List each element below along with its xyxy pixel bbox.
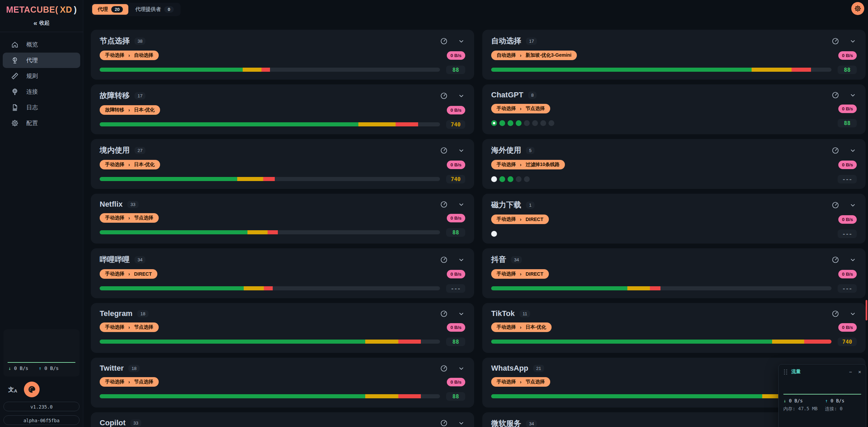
proxy-group-name: 节点选择 <box>100 36 130 46</box>
latency-test-icon[interactable] <box>440 201 448 208</box>
proxy-group-name: Telegram <box>100 309 132 318</box>
chevron-down-icon[interactable] <box>457 147 465 154</box>
card-badges-row: 手动选择 › 过滤掉10条线路 0 B/s <box>491 160 857 169</box>
proxy-group-name: TikTok <box>491 309 515 318</box>
chevron-down-icon[interactable] <box>457 310 465 318</box>
chevron-down-icon[interactable] <box>457 37 465 45</box>
chevron-down-icon[interactable] <box>457 92 465 100</box>
settings-button[interactable] <box>851 2 864 15</box>
chevron-down-icon[interactable] <box>457 256 465 264</box>
selector-type: 手动选择 <box>105 162 124 168</box>
proxy-node-dot[interactable] <box>491 120 497 126</box>
tab-proxies[interactable]: 代理 20 <box>92 4 128 15</box>
sidebar-item-proxies[interactable]: 代理 <box>3 53 80 68</box>
proxy-node-dot[interactable] <box>549 120 554 126</box>
speed-badge: 0 B/s <box>447 161 465 169</box>
sidebar-item-label: 规则 <box>26 72 38 80</box>
proxy-group-count: 34 <box>511 256 522 263</box>
chevron-down-icon[interactable] <box>457 201 465 208</box>
sidebar-item-overview[interactable]: 概览 <box>3 37 80 52</box>
selector-badge[interactable]: 手动选择 › 节点选择 <box>100 322 159 332</box>
sidebar-item-rules[interactable]: 规则 <box>3 68 80 84</box>
proxy-node-dot[interactable] <box>516 176 522 182</box>
chevron-down-icon[interactable] <box>849 147 857 154</box>
close-icon[interactable]: × <box>858 369 861 375</box>
proxy-node-dot[interactable] <box>491 231 497 237</box>
latency-test-icon[interactable] <box>831 91 839 99</box>
selector-badge[interactable]: 手动选择 › 日本-优化 <box>100 160 160 169</box>
chevron-down-icon[interactable] <box>457 419 465 427</box>
latency-test-icon[interactable] <box>440 310 448 318</box>
latency-test-icon[interactable] <box>440 147 448 154</box>
proxy-node-dot[interactable] <box>499 176 505 182</box>
tab-proxy-providers[interactable]: 代理提供者 0 <box>130 4 179 15</box>
selector-badge[interactable]: 故障转移 › 日本-优化 <box>100 105 160 115</box>
selector-badge[interactable]: 手动选择 › 节点选择 <box>100 213 159 223</box>
language-icon[interactable]: 文A <box>8 386 17 394</box>
selector-badge[interactable]: 手动选择 › DIRECT <box>491 215 549 224</box>
palette-icon <box>27 385 36 394</box>
sidebar-item-config[interactable]: 配置 <box>3 115 80 131</box>
card-badges-row: 手动选择 › 节点选择 0 B/s <box>100 213 465 223</box>
selector-type: 手动选择 <box>497 379 516 385</box>
latency-value: 88 <box>838 66 857 74</box>
minimize-icon[interactable]: − <box>849 369 852 375</box>
proxy-node-dot[interactable] <box>516 120 522 126</box>
chevron-down-icon[interactable] <box>849 91 857 99</box>
proxy-node-dot[interactable] <box>508 120 513 126</box>
latency-test-icon[interactable] <box>440 256 448 264</box>
card-header: ChatGPT 8 <box>491 91 857 99</box>
selector-badge[interactable]: 手动选择 › 日本-优化 <box>491 322 552 332</box>
selector-badge[interactable]: 手动选择 › DIRECT <box>491 269 549 279</box>
sidebar-item-logs[interactable]: 日志 <box>3 100 80 115</box>
latency-test-icon[interactable] <box>831 147 839 154</box>
chevron-down-icon[interactable] <box>849 310 857 318</box>
scrollbar-thumb[interactable] <box>866 300 867 320</box>
proxy-node-dot[interactable] <box>499 120 505 126</box>
chevron-down-icon[interactable] <box>849 256 857 264</box>
theme-palette-button[interactable] <box>24 382 40 397</box>
latency-test-icon[interactable] <box>831 37 839 45</box>
card-meter-row: --- <box>491 229 857 238</box>
latency-test-icon[interactable] <box>831 201 839 209</box>
card-header-icons <box>831 310 857 318</box>
proxy-group-name: 微软服务 <box>491 418 521 427</box>
sidebar-item-connections[interactable]: 连接 <box>3 84 80 99</box>
selector-badge[interactable]: 手动选择 › 节点选择 <box>491 377 550 387</box>
latency-test-icon[interactable] <box>440 364 448 372</box>
latency-test-icon[interactable] <box>831 256 839 264</box>
selector-badge[interactable]: 自动选择 › 新加坡-优化3-Gemini <box>491 51 577 60</box>
sidebar-collapse-button[interactable]: « 收起 <box>0 19 83 26</box>
sidebar-item-label: 日志 <box>26 104 38 111</box>
card-meter-row: 740 <box>100 175 465 183</box>
selector-badge[interactable]: 手动选择 › 节点选择 <box>100 377 159 387</box>
proxy-node-dot[interactable] <box>508 176 513 182</box>
core-version-button[interactable]: v1.235.0 <box>3 402 80 411</box>
proxy-node-dot[interactable] <box>491 176 497 182</box>
chevron-down-icon[interactable] <box>457 364 465 372</box>
proxy-node-dot[interactable] <box>524 176 530 182</box>
latency-dots <box>491 231 831 237</box>
latency-test-icon[interactable] <box>440 419 448 427</box>
proxy-group-card: Copilot 33 › <box>91 412 474 427</box>
selector-badge[interactable]: 手动选择 › DIRECT <box>100 269 157 279</box>
build-version-button[interactable]: alpha-06f5fba <box>3 415 80 425</box>
chevron-down-icon[interactable] <box>849 201 857 209</box>
proxy-node-dot[interactable] <box>524 120 530 126</box>
sidebar-item-label: 配置 <box>26 119 38 127</box>
selector-badge[interactable]: 手动选择 › 自动选择 <box>100 51 159 60</box>
chevron-down-icon[interactable] <box>849 37 857 45</box>
latency-test-icon[interactable] <box>831 310 839 318</box>
selected-node: 节点选择 <box>526 379 545 385</box>
drag-handle-icon[interactable] <box>783 369 788 375</box>
selector-badge[interactable]: 手动选择 › 过滤掉10条线路 <box>491 160 565 169</box>
latency-test-icon[interactable] <box>440 92 448 100</box>
selector-badge[interactable]: 手动选择 › 节点选择 <box>491 104 550 113</box>
latency-value: 740 <box>446 175 465 183</box>
selected-node: DIRECT <box>526 271 543 277</box>
card-header-icons <box>440 256 465 264</box>
proxy-node-dot[interactable] <box>540 120 546 126</box>
proxy-node-dot[interactable] <box>532 120 538 126</box>
card-header-icons <box>440 92 465 100</box>
latency-test-icon[interactable] <box>440 37 448 45</box>
